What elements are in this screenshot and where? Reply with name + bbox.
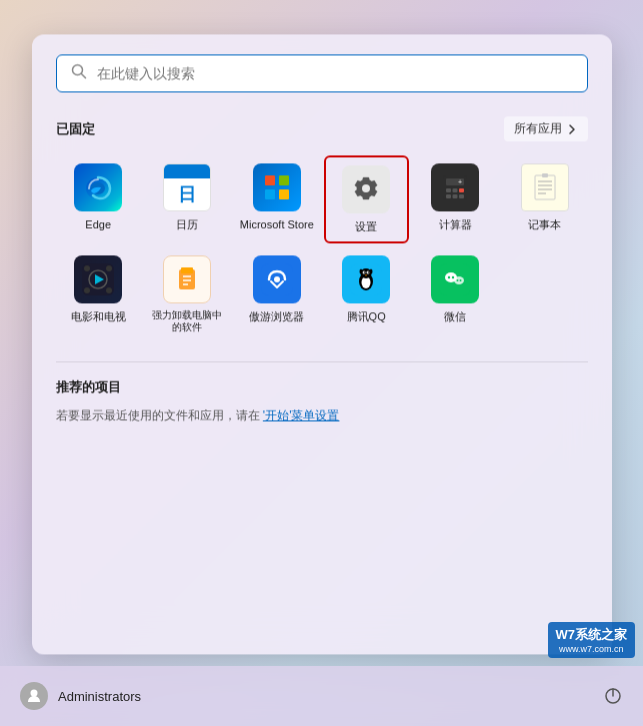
uninstall-label: 强力卸载电脑中的软件 (152, 310, 222, 334)
all-apps-button[interactable]: 所有应用 (504, 116, 588, 141)
calculator-label: 计算器 (439, 217, 472, 231)
calculator-icon: + (431, 163, 479, 211)
username-label: Administrators (58, 689, 141, 704)
svg-point-45 (368, 272, 369, 273)
watermark-url: www.w7.com.cn (559, 644, 624, 654)
svg-point-37 (274, 277, 280, 283)
svg-point-50 (454, 277, 464, 285)
svg-rect-13 (453, 188, 458, 192)
pinned-title: 已固定 (56, 120, 95, 138)
svg-rect-23 (542, 173, 548, 177)
app-wechat[interactable]: 微信 (413, 248, 498, 342)
recommended-title: 推荐的项目 (56, 379, 588, 397)
svg-line-1 (81, 74, 85, 78)
calendar-label: 日历 (176, 217, 198, 231)
app-calculator[interactable]: + 计算器 (413, 155, 498, 243)
movies-icon (74, 256, 122, 304)
svg-point-44 (364, 272, 365, 273)
svg-point-27 (84, 266, 90, 272)
apps-grid: Edge 日 日历 Microsoft Store (56, 155, 588, 341)
app-maxthon[interactable]: 傲游浏览器 (234, 248, 319, 342)
edge-icon (74, 163, 122, 211)
svg-point-53 (457, 280, 459, 282)
watermark: W7系统之家 www.w7.com.cn (548, 622, 636, 658)
ms-store-label: Microsoft Store (240, 217, 314, 231)
wechat-icon (431, 256, 479, 304)
svg-rect-4 (265, 175, 275, 185)
taskbar: Administrators (0, 666, 643, 726)
svg-point-47 (370, 269, 373, 274)
user-avatar (20, 682, 48, 710)
edge-label: Edge (85, 217, 111, 231)
maxthon-icon (253, 256, 301, 304)
pinned-section-header: 已固定 所有应用 (56, 116, 588, 141)
app-movies[interactable]: 电影和电视 (56, 248, 141, 342)
svg-point-46 (360, 269, 363, 274)
svg-rect-16 (453, 194, 458, 198)
start-menu: 已固定 所有应用 (32, 34, 612, 654)
svg-rect-7 (279, 189, 289, 199)
calendar-icon: 日 (163, 163, 211, 211)
movies-label: 电影和电视 (71, 310, 126, 324)
svg-rect-32 (181, 268, 193, 274)
svg-point-54 (460, 280, 462, 282)
app-settings[interactable]: 设置 (324, 155, 409, 243)
wechat-label: 微信 (444, 310, 466, 324)
svg-point-51 (448, 276, 450, 278)
search-icon (71, 63, 87, 83)
svg-text:+: + (458, 178, 462, 185)
maxthon-label: 傲游浏览器 (249, 310, 304, 324)
recommended-desc: 若要显示最近使用的文件和应用，请在 '开始'菜单设置 (56, 407, 588, 426)
taskbar-left: Administrators (20, 682, 141, 710)
svg-rect-18 (535, 175, 555, 199)
settings-label: 设置 (355, 219, 377, 233)
svg-rect-12 (446, 188, 451, 192)
notepad-label: 记事本 (528, 217, 561, 231)
svg-point-8 (362, 184, 370, 192)
app-calendar[interactable]: 日 日历 (145, 155, 230, 243)
svg-point-55 (31, 690, 38, 697)
settings-icon (342, 165, 390, 213)
uninstall-icon (163, 256, 211, 304)
svg-point-29 (84, 288, 90, 294)
svg-rect-5 (279, 175, 289, 185)
power-icon[interactable] (603, 686, 623, 706)
app-uninstall[interactable]: 强力卸载电脑中的软件 (145, 248, 230, 342)
watermark-logo: W7系统之家 (556, 626, 628, 644)
svg-point-30 (106, 288, 112, 294)
svg-point-28 (106, 266, 112, 272)
app-notepad[interactable]: 记事本 (502, 155, 587, 243)
app-qq[interactable]: 腾讯QQ (324, 248, 409, 342)
svg-rect-15 (446, 194, 451, 198)
taskbar-right (603, 686, 623, 706)
all-apps-label: 所有应用 (514, 120, 562, 137)
settings-link[interactable]: '开始'菜单设置 (263, 409, 340, 423)
search-bar[interactable] (56, 54, 588, 92)
svg-rect-17 (459, 194, 464, 198)
svg-rect-6 (265, 189, 275, 199)
recommended-section: 推荐的项目 若要显示最近使用的文件和应用，请在 '开始'菜单设置 (56, 379, 588, 426)
section-divider (56, 362, 588, 363)
app-ms-store[interactable]: Microsoft Store (234, 155, 319, 243)
qq-label: 腾讯QQ (347, 310, 386, 324)
notepad-icon (521, 163, 569, 211)
search-input[interactable] (97, 65, 573, 81)
svg-rect-14 (459, 188, 464, 192)
app-edge[interactable]: Edge (56, 155, 141, 243)
svg-point-52 (452, 276, 454, 278)
qq-icon (342, 256, 390, 304)
ms-store-icon (253, 163, 301, 211)
